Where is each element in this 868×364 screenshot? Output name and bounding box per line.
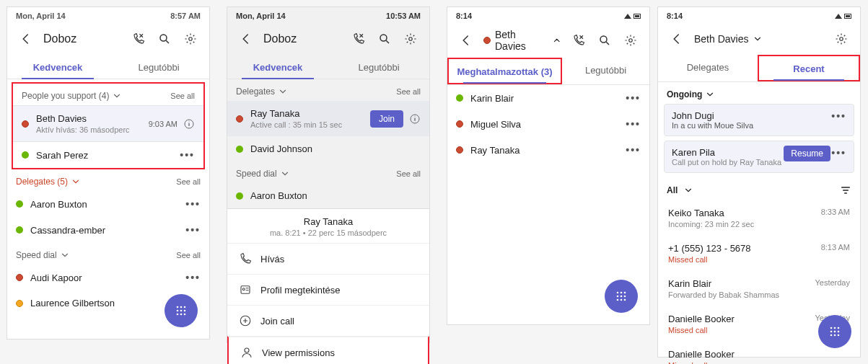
more-icon[interactable]: ••• [185, 272, 201, 283]
dialpad-icon [174, 303, 188, 318]
see-all-link[interactable]: See all [396, 87, 421, 96]
tab-favorites[interactable]: Kedvencek [7, 55, 108, 79]
more-icon[interactable]: ••• [185, 198, 201, 210]
tab-recent[interactable]: Legutóbbi [108, 55, 209, 79]
gear-icon[interactable] [400, 29, 421, 49]
ongoing-karen-pila[interactable]: Karen Pila Call put on hold by Ray Tanak… [664, 141, 854, 173]
missed-call-icon[interactable] [569, 30, 589, 50]
see-all-link[interactable]: See all [170, 92, 195, 100]
tab-recent[interactable]: Recent [758, 55, 860, 81]
section-people-you-support[interactable]: People you support (4) See all [13, 84, 203, 105]
more-icon[interactable]: ••• [831, 147, 846, 159]
recent-karin-blair[interactable]: Karin Blair Forwarded by Babak Shammas Y… [658, 271, 860, 306]
more-icon[interactable]: ••• [626, 118, 641, 130]
search-icon[interactable] [154, 29, 175, 49]
title-bar: Beth Davies [658, 23, 860, 55]
dialpad-fab[interactable] [818, 315, 851, 348]
section-all[interactable]: All [658, 177, 860, 200]
person-ray-tanaka[interactable]: Ray Tanaka ••• [447, 137, 649, 163]
sheet-call[interactable]: Hívás [227, 243, 429, 274]
back-icon[interactable] [16, 29, 36, 49]
phone-4: 8:14 Beth Davies Delegates Recent Ongoin… [658, 7, 860, 357]
more-icon[interactable]: ••• [831, 110, 846, 122]
presence-busy-icon [22, 120, 29, 128]
back-icon[interactable] [456, 30, 476, 50]
section-speed-dial[interactable]: Speed dial See all [7, 243, 209, 265]
dialpad-fab[interactable] [605, 280, 638, 313]
presence-busy-icon [16, 274, 23, 281]
recent-phone-number[interactable]: +1 (555) 123 - 5678 Missed call 8:13 AM [658, 236, 860, 271]
person-cassandra-ember[interactable]: Cassandra-ember ••• [7, 217, 209, 243]
person-audi-kapoor[interactable]: Audi Kapoor ••• [7, 265, 209, 290]
signal-icon [624, 14, 631, 19]
presence-busy-icon [456, 120, 463, 128]
search-icon[interactable] [595, 30, 615, 50]
more-icon[interactable]: ••• [626, 92, 641, 104]
gear-icon[interactable] [180, 29, 201, 49]
chevron-up-icon[interactable] [552, 35, 561, 45]
see-all-link[interactable]: See all [176, 251, 201, 259]
person-miguel-silva[interactable]: Miguel Silva ••• [447, 111, 649, 137]
sheet-join-call[interactable]: Join call [227, 305, 429, 336]
section-speed-dial[interactable]: Speed dial See all [227, 161, 429, 183]
tab-delegates[interactable]: Meghatalmazottak (3) [447, 58, 562, 84]
see-all-link[interactable]: See all [396, 169, 421, 178]
person-karin-blair[interactable]: Karin Blair ••• [447, 85, 649, 111]
filter-icon[interactable] [840, 185, 851, 196]
gear-icon[interactable] [831, 29, 851, 49]
presence-available-icon [236, 146, 243, 153]
tab-favorites[interactable]: Kedvencek [227, 55, 328, 79]
person-ray-tanaka[interactable]: Ray Tanaka Active call : 35 min 15 sec J… [227, 101, 429, 136]
chevron-down-icon [278, 86, 288, 97]
tabs: Kedvencek Legutóbbi [227, 55, 429, 79]
presence-name: Beth Davies [495, 29, 548, 52]
chevron-down-icon[interactable] [753, 34, 763, 44]
gear-icon[interactable] [621, 30, 641, 50]
sheet-view-permissions[interactable]: View permissions [227, 336, 429, 364]
call-subtext: Forwarded by Babak Shammas [668, 290, 850, 299]
call-time: 8:13 AM [821, 243, 850, 252]
presence-name: Beth Davies [694, 33, 748, 45]
missed-call-icon[interactable] [348, 29, 369, 49]
ongoing-john-dugi[interactable]: John Dugi In a cu with Moue Silva ••• [664, 104, 854, 136]
search-icon[interactable] [374, 29, 395, 49]
presence-available-icon [16, 200, 23, 208]
status-icons [835, 12, 851, 20]
resume-button[interactable]: Resume [784, 146, 830, 161]
person-name: Aaron Buxton [250, 190, 421, 201]
person-name: Cassandra-ember [30, 225, 178, 236]
section-delegates[interactable]: Delegates See all [227, 79, 429, 101]
tab-recent[interactable]: Legutóbbi [562, 58, 649, 84]
person-aaron-buxton[interactable]: Aaron Buxton ••• [7, 191, 209, 217]
dialpad-fab[interactable] [165, 294, 198, 327]
more-icon[interactable]: ••• [626, 144, 641, 156]
info-icon[interactable] [183, 118, 195, 130]
sheet-view-profile[interactable]: Profil megtekintése [227, 274, 429, 305]
recent-keiko-tanaka[interactable]: Keiko Tanaka Incoming: 23 min 22 sec 8:3… [658, 200, 860, 236]
section-ongoing[interactable]: Ongoing [658, 82, 860, 104]
person-sarah-perez[interactable]: Sarah Perez ••• [13, 142, 203, 168]
section-delegates[interactable]: Delegates (5) See all [7, 169, 209, 191]
join-button[interactable]: Join [370, 110, 403, 128]
person-david-johnson[interactable]: David Johnson [227, 136, 429, 161]
sheet-subtitle: ma. 8:21 • 22 perc 15 másodperc [227, 228, 429, 243]
tab-recent[interactable]: Legutóbbi [328, 55, 429, 79]
person-beth-davies[interactable]: Beth Davies Aktív hívás: 36 másodperc 9:… [13, 105, 203, 142]
person-aaron-buxton[interactable]: Aaron Buxton [227, 183, 429, 208]
person-name: Karin Blair [470, 93, 618, 104]
title-bar: Doboz [7, 23, 209, 55]
more-icon[interactable]: ••• [180, 149, 195, 161]
back-icon[interactable] [667, 29, 687, 49]
info-icon[interactable] [409, 113, 421, 125]
more-icon[interactable]: ••• [185, 224, 201, 236]
presence-available-icon [22, 151, 29, 159]
missed-call-icon[interactable] [128, 29, 149, 49]
status-icons [624, 12, 641, 20]
tab-delegates[interactable]: Delegates [658, 55, 758, 81]
back-icon[interactable] [236, 29, 256, 49]
status-bar: 8:14 [447, 7, 649, 23]
presence-available-icon [456, 94, 463, 102]
call-subtext: Missed call [668, 255, 850, 264]
presence-available-icon [236, 192, 243, 200]
see-all-link[interactable]: See all [176, 177, 201, 186]
